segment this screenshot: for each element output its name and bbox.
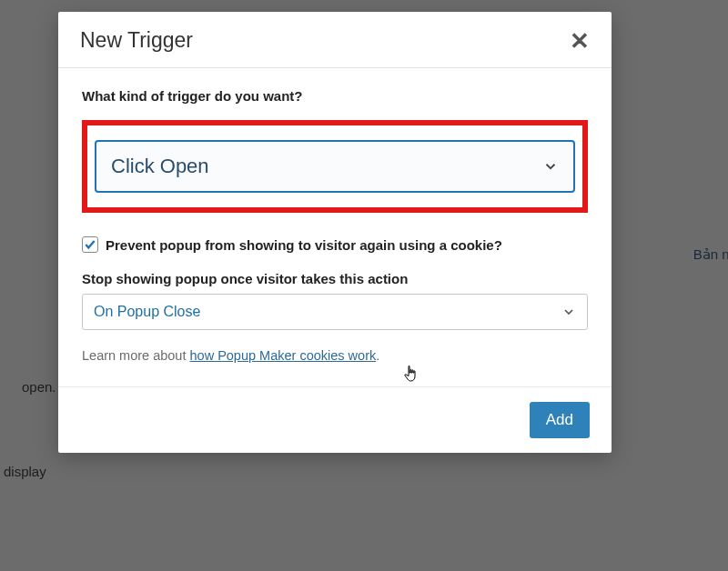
prevent-cookie-row: Prevent popup from showing to visitor ag… xyxy=(82,236,588,253)
prevent-cookie-label[interactable]: Prevent popup from showing to visitor ag… xyxy=(106,237,502,253)
add-button[interactable]: Add xyxy=(530,402,590,438)
highlighted-region: Click Open xyxy=(82,120,588,213)
trigger-type-value: Click Open xyxy=(111,155,209,178)
modal-header: New Trigger ✕ xyxy=(58,12,612,68)
stop-action-value: On Popup Close xyxy=(94,304,200,320)
modal-footer: Add xyxy=(58,386,612,453)
chevron-down-icon xyxy=(561,305,576,319)
new-trigger-modal: New Trigger ✕ What kind of trigger do yo… xyxy=(58,12,612,453)
stop-action-select[interactable]: On Popup Close xyxy=(82,294,588,330)
learn-more-suffix: . xyxy=(376,348,379,363)
prevent-cookie-checkbox[interactable] xyxy=(82,236,98,253)
learn-more-prefix: Learn more about xyxy=(82,348,190,363)
close-button[interactable]: ✕ xyxy=(570,29,590,53)
modal-title: New Trigger xyxy=(80,28,193,53)
learn-more-text: Learn more about how Popup Maker cookies… xyxy=(82,348,588,363)
close-icon: ✕ xyxy=(570,27,590,55)
checkmark-icon xyxy=(84,238,96,251)
cookies-doc-link[interactable]: how Popup Maker cookies work xyxy=(190,348,377,363)
trigger-question-label: What kind of trigger do you want? xyxy=(82,88,588,104)
modal-body: What kind of trigger do you want? Click … xyxy=(58,68,612,386)
trigger-type-select[interactable]: Click Open xyxy=(95,140,575,193)
chevron-down-icon xyxy=(542,158,559,175)
stop-showing-label: Stop showing popup once visitor takes th… xyxy=(82,271,588,286)
